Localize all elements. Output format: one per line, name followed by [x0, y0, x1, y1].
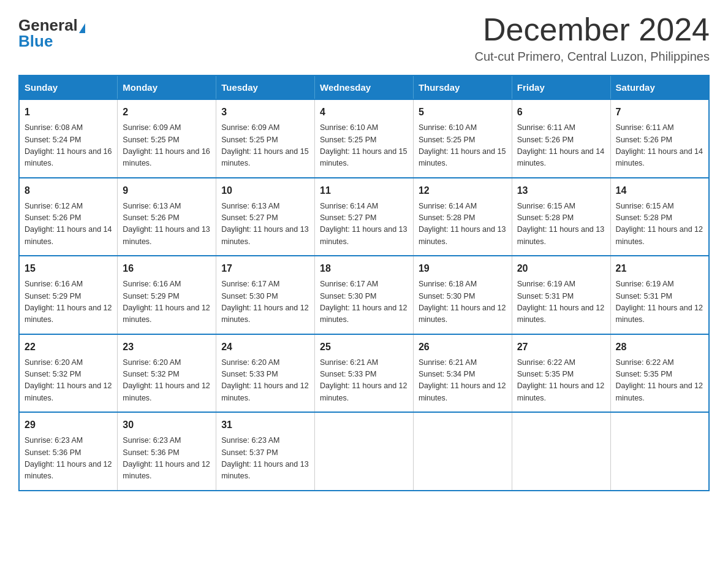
day-number: 20	[517, 261, 605, 276]
weekday-header-cell: Friday	[512, 75, 610, 99]
calendar-cell: 28Sunrise: 6:22 AMSunset: 5:35 PMDayligh…	[610, 334, 709, 413]
day-number: 4	[320, 105, 408, 120]
location-title: Cut-cut Primero, Central Luzon, Philippi…	[474, 50, 710, 64]
calendar-cell: 19Sunrise: 6:18 AMSunset: 5:30 PMDayligh…	[413, 256, 512, 334]
day-info: Sunrise: 6:20 AMSunset: 5:32 PMDaylight:…	[25, 357, 112, 405]
calendar-cell: 10Sunrise: 6:13 AMSunset: 5:27 PMDayligh…	[216, 178, 315, 256]
calendar-header: SundayMondayTuesdayWednesdayThursdayFrid…	[19, 75, 709, 99]
day-info: Sunrise: 6:09 AMSunset: 5:25 PMDaylight:…	[221, 122, 309, 170]
calendar-cell: 22Sunrise: 6:20 AMSunset: 5:32 PMDayligh…	[19, 334, 118, 413]
day-number: 8	[25, 183, 112, 198]
weekday-header-cell: Wednesday	[315, 75, 414, 99]
calendar-cell: 13Sunrise: 6:15 AMSunset: 5:28 PMDayligh…	[512, 178, 610, 256]
day-number: 19	[419, 261, 507, 276]
calendar-cell: 26Sunrise: 6:21 AMSunset: 5:34 PMDayligh…	[413, 334, 512, 413]
calendar-cell: 29Sunrise: 6:23 AMSunset: 5:36 PMDayligh…	[19, 412, 118, 491]
day-info: Sunrise: 6:21 AMSunset: 5:33 PMDaylight:…	[320, 357, 408, 405]
calendar-cell: 15Sunrise: 6:16 AMSunset: 5:29 PMDayligh…	[19, 256, 118, 334]
day-number: 6	[517, 105, 605, 120]
weekday-header-cell: Sunday	[19, 75, 118, 99]
day-number: 29	[25, 418, 112, 432]
day-info: Sunrise: 6:23 AMSunset: 5:36 PMDaylight:…	[123, 435, 211, 483]
day-number: 3	[221, 105, 309, 120]
day-info: Sunrise: 6:17 AMSunset: 5:30 PMDaylight:…	[320, 278, 408, 326]
calendar-cell	[413, 412, 512, 491]
calendar-cell: 7Sunrise: 6:11 AMSunset: 5:26 PMDaylight…	[610, 99, 709, 178]
day-info: Sunrise: 6:16 AMSunset: 5:29 PMDaylight:…	[123, 278, 211, 326]
day-info: Sunrise: 6:21 AMSunset: 5:34 PMDaylight:…	[419, 357, 507, 405]
day-info: Sunrise: 6:15 AMSunset: 5:28 PMDaylight:…	[616, 201, 703, 248]
weekday-header-cell: Saturday	[610, 75, 709, 99]
day-number: 21	[616, 261, 703, 276]
day-number: 5	[419, 105, 507, 120]
day-info: Sunrise: 6:10 AMSunset: 5:25 PMDaylight:…	[419, 122, 507, 170]
weekday-header-cell: Thursday	[413, 75, 512, 99]
calendar-cell: 18Sunrise: 6:17 AMSunset: 5:30 PMDayligh…	[315, 256, 414, 334]
day-info: Sunrise: 6:08 AMSunset: 5:24 PMDaylight:…	[25, 122, 112, 170]
calendar-cell: 30Sunrise: 6:23 AMSunset: 5:36 PMDayligh…	[118, 412, 216, 491]
calendar-cell	[610, 412, 709, 491]
calendar-cell: 23Sunrise: 6:20 AMSunset: 5:32 PMDayligh…	[118, 334, 216, 413]
calendar-cell: 14Sunrise: 6:15 AMSunset: 5:28 PMDayligh…	[610, 178, 709, 256]
calendar-cell: 21Sunrise: 6:19 AMSunset: 5:31 PMDayligh…	[610, 256, 709, 334]
logo: General Blue	[18, 12, 85, 49]
calendar-cell: 11Sunrise: 6:14 AMSunset: 5:27 PMDayligh…	[315, 178, 414, 256]
weekday-header-row: SundayMondayTuesdayWednesdayThursdayFrid…	[19, 75, 709, 99]
day-info: Sunrise: 6:13 AMSunset: 5:27 PMDaylight:…	[221, 201, 309, 248]
calendar-week-row: 1Sunrise: 6:08 AMSunset: 5:24 PMDaylight…	[19, 99, 709, 178]
day-info: Sunrise: 6:14 AMSunset: 5:28 PMDaylight:…	[419, 201, 507, 248]
day-number: 27	[517, 340, 605, 354]
day-number: 14	[616, 183, 703, 198]
day-info: Sunrise: 6:18 AMSunset: 5:30 PMDaylight:…	[419, 278, 507, 326]
day-number: 22	[25, 340, 112, 354]
day-number: 25	[320, 340, 408, 354]
calendar-week-row: 22Sunrise: 6:20 AMSunset: 5:32 PMDayligh…	[19, 334, 709, 413]
calendar-cell: 5Sunrise: 6:10 AMSunset: 5:25 PMDaylight…	[413, 99, 512, 178]
header-area: General Blue December 2024 Cut-cut Prime…	[18, 12, 710, 64]
calendar-cell: 9Sunrise: 6:13 AMSunset: 5:26 PMDaylight…	[118, 178, 216, 256]
day-info: Sunrise: 6:22 AMSunset: 5:35 PMDaylight:…	[616, 357, 703, 405]
calendar-week-row: 8Sunrise: 6:12 AMSunset: 5:26 PMDaylight…	[19, 178, 709, 256]
day-info: Sunrise: 6:11 AMSunset: 5:26 PMDaylight:…	[517, 122, 605, 170]
calendar-cell: 2Sunrise: 6:09 AMSunset: 5:25 PMDaylight…	[118, 99, 216, 178]
calendar-table: SundayMondayTuesdayWednesdayThursdayFrid…	[18, 75, 710, 491]
calendar-cell: 6Sunrise: 6:11 AMSunset: 5:26 PMDaylight…	[512, 99, 610, 178]
day-number: 26	[419, 340, 507, 354]
calendar-cell: 25Sunrise: 6:21 AMSunset: 5:33 PMDayligh…	[315, 334, 414, 413]
day-number: 24	[221, 340, 309, 354]
day-number: 7	[616, 105, 703, 120]
calendar-cell: 20Sunrise: 6:19 AMSunset: 5:31 PMDayligh…	[512, 256, 610, 334]
calendar-cell: 24Sunrise: 6:20 AMSunset: 5:33 PMDayligh…	[216, 334, 315, 413]
day-number: 31	[221, 418, 309, 432]
logo-blue-text: Blue	[18, 32, 53, 50]
day-info: Sunrise: 6:23 AMSunset: 5:36 PMDaylight:…	[25, 435, 112, 483]
calendar-cell: 27Sunrise: 6:22 AMSunset: 5:35 PMDayligh…	[512, 334, 610, 413]
calendar-cell	[512, 412, 610, 491]
calendar-cell: 3Sunrise: 6:09 AMSunset: 5:25 PMDaylight…	[216, 99, 315, 178]
weekday-header-cell: Tuesday	[216, 75, 315, 99]
month-title: December 2024	[474, 12, 710, 47]
calendar-cell: 1Sunrise: 6:08 AMSunset: 5:24 PMDaylight…	[19, 99, 118, 178]
day-number: 10	[221, 183, 309, 198]
calendar-cell: 17Sunrise: 6:17 AMSunset: 5:30 PMDayligh…	[216, 256, 315, 334]
day-info: Sunrise: 6:17 AMSunset: 5:30 PMDaylight:…	[221, 278, 309, 326]
day-info: Sunrise: 6:11 AMSunset: 5:26 PMDaylight:…	[616, 122, 703, 170]
day-number: 28	[616, 340, 703, 354]
day-info: Sunrise: 6:20 AMSunset: 5:32 PMDaylight:…	[123, 357, 211, 405]
logo-triangle-icon	[79, 23, 85, 33]
day-info: Sunrise: 6:15 AMSunset: 5:28 PMDaylight:…	[517, 201, 605, 248]
day-number: 1	[25, 105, 112, 120]
day-number: 17	[221, 261, 309, 276]
calendar-cell: 12Sunrise: 6:14 AMSunset: 5:28 PMDayligh…	[413, 178, 512, 256]
day-info: Sunrise: 6:23 AMSunset: 5:37 PMDaylight:…	[221, 435, 309, 483]
day-info: Sunrise: 6:12 AMSunset: 5:26 PMDaylight:…	[25, 201, 112, 248]
day-number: 30	[123, 418, 211, 432]
calendar-week-row: 29Sunrise: 6:23 AMSunset: 5:36 PMDayligh…	[19, 412, 709, 491]
day-info: Sunrise: 6:13 AMSunset: 5:26 PMDaylight:…	[123, 201, 211, 248]
day-info: Sunrise: 6:09 AMSunset: 5:25 PMDaylight:…	[123, 122, 211, 170]
calendar-cell	[315, 412, 414, 491]
calendar-cell: 8Sunrise: 6:12 AMSunset: 5:26 PMDaylight…	[19, 178, 118, 256]
day-info: Sunrise: 6:19 AMSunset: 5:31 PMDaylight:…	[616, 278, 703, 326]
title-area: December 2024 Cut-cut Primero, Central L…	[474, 12, 710, 64]
logo-general-line: General	[18, 17, 85, 33]
